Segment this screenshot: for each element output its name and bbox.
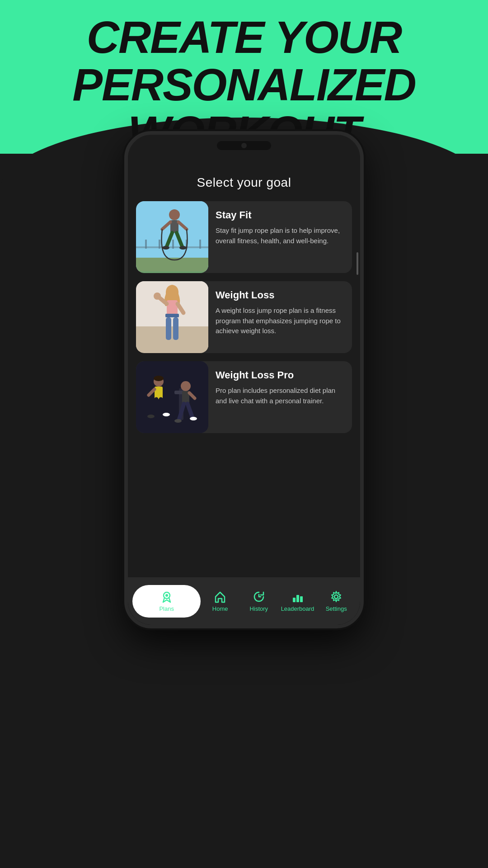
- weight-loss-pro-desc: Pro plan includes personalized diet plan…: [216, 386, 345, 406]
- nav-item-history[interactable]: History: [239, 587, 278, 616]
- svg-rect-3: [145, 240, 147, 249]
- stay-fit-title: Stay Fit: [216, 209, 345, 221]
- svg-rect-5: [172, 240, 174, 249]
- phone-frame: Select your goal: [124, 131, 364, 628]
- svg-point-32: [154, 376, 164, 381]
- svg-rect-22: [166, 317, 171, 340]
- svg-point-37: [163, 413, 170, 416]
- stay-fit-image: [136, 201, 208, 273]
- svg-point-47: [165, 594, 168, 597]
- svg-point-44: [190, 417, 197, 420]
- svg-rect-21: [165, 314, 179, 317]
- nav-leaderboard-label: Leaderboard: [281, 605, 314, 612]
- goal-card-weight-loss-pro[interactable]: Weight Loss Pro Pro plan includes person…: [136, 361, 352, 433]
- svg-point-25: [154, 292, 161, 300]
- weight-loss-pro-text: Weight Loss Pro Pro plan includes person…: [208, 361, 352, 433]
- svg-point-43: [174, 419, 182, 423]
- svg-point-51: [334, 595, 338, 599]
- svg-rect-7: [199, 240, 201, 249]
- nav-home-label: Home: [212, 605, 228, 612]
- screen-title: Select your goal: [128, 162, 360, 201]
- svg-point-14: [162, 246, 169, 250]
- scroll-indicator: [357, 252, 358, 275]
- goal-cards-container: Stay Fit Stay fit jump rope plan is to h…: [128, 201, 360, 433]
- weight-loss-pro-title: Weight Loss Pro: [216, 369, 345, 381]
- nav-item-leaderboard[interactable]: Leaderboard: [278, 587, 317, 616]
- settings-icon: [330, 590, 343, 603]
- svg-point-36: [147, 415, 155, 418]
- nav-plans-label: Plans: [159, 605, 174, 612]
- svg-rect-49: [296, 595, 299, 602]
- svg-point-39: [181, 381, 191, 391]
- svg-rect-20: [167, 300, 178, 316]
- goal-card-stay-fit[interactable]: Stay Fit Stay fit jump rope plan is to h…: [136, 201, 352, 273]
- stay-fit-illustration: [136, 201, 208, 271]
- nav-item-home[interactable]: Home: [201, 587, 239, 616]
- award-icon: [160, 590, 173, 603]
- weight-loss-image: [136, 281, 208, 353]
- leaderboard-icon: [291, 590, 304, 603]
- svg-point-15: [179, 246, 187, 250]
- history-icon: [253, 590, 265, 603]
- svg-point-8: [169, 209, 180, 220]
- nav-item-plans[interactable]: Plans: [132, 585, 201, 618]
- svg-rect-23: [173, 317, 178, 340]
- goal-card-weight-loss[interactable]: Weight Loss A weight loss jump rope plan…: [136, 281, 352, 353]
- home-icon: [214, 590, 226, 603]
- weight-loss-pro-illustration: [136, 361, 208, 431]
- volume-button: [362, 234, 364, 261]
- weight-loss-pro-image: [136, 361, 208, 433]
- svg-rect-4: [159, 240, 160, 249]
- nav-item-settings[interactable]: Settings: [317, 587, 356, 616]
- stay-fit-desc: Stay fit jump rope plan is to help impro…: [216, 226, 345, 246]
- weight-loss-text: Weight Loss A weight loss jump rope plan…: [208, 281, 352, 353]
- phone-screen: Select your goal: [128, 162, 360, 625]
- nav-history-label: History: [250, 605, 268, 612]
- nav-settings-label: Settings: [326, 605, 347, 612]
- phone-camera: [241, 143, 247, 148]
- svg-rect-28: [136, 361, 208, 431]
- weight-loss-illustration: [136, 281, 208, 351]
- weight-loss-desc: A weight loss jump rope plan is a fitnes…: [216, 306, 345, 336]
- svg-rect-50: [300, 596, 303, 602]
- svg-rect-48: [293, 598, 296, 602]
- svg-rect-18: [136, 326, 208, 351]
- bottom-navigation: Plans Home History: [128, 577, 360, 625]
- stay-fit-text: Stay Fit Stay fit jump rope plan is to h…: [208, 201, 352, 273]
- weight-loss-title: Weight Loss: [216, 289, 345, 301]
